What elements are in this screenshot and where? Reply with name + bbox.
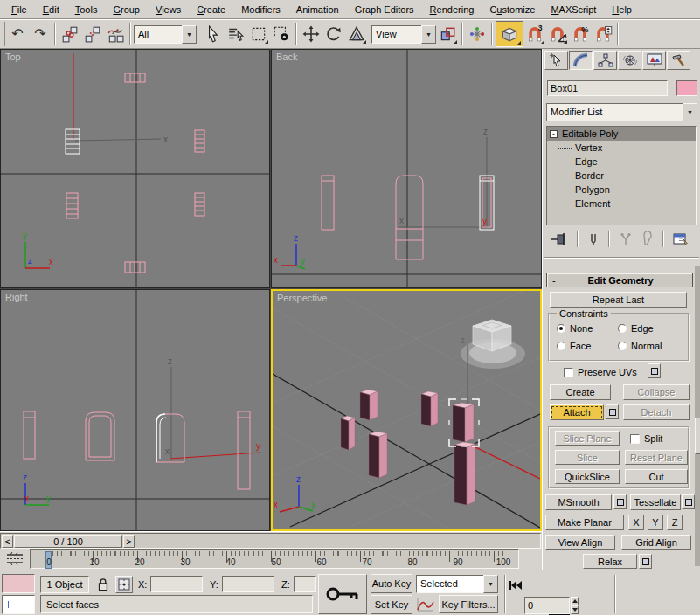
x-coordinate-field[interactable] <box>150 576 203 592</box>
auto-key-button[interactable]: Auto Key <box>371 574 412 593</box>
preserve-uvs-settings-button[interactable] <box>648 363 661 378</box>
remove-modifier-button[interactable] <box>639 231 655 247</box>
key-selection-dropdown[interactable]: Selected ▼ <box>416 575 498 593</box>
create-button[interactable]: Create <box>550 384 611 400</box>
pink-pillar-objects[interactable] <box>341 390 475 505</box>
show-end-result-button[interactable] <box>586 231 600 247</box>
viewport-perspective-canvas[interactable]: z z x y <box>273 291 540 529</box>
menu-create[interactable]: Create <box>189 2 233 17</box>
constraint-normal-radio[interactable]: Normal <box>618 341 662 351</box>
attach-button[interactable]: Attach <box>550 404 604 420</box>
panel-scrollbar-handle[interactable] <box>695 418 700 454</box>
viewport-back[interactable]: Back z x y z x <box>271 49 542 288</box>
grid-align-button[interactable]: Grid Align <box>621 535 691 550</box>
select-and-move-button[interactable] <box>300 23 322 45</box>
tab-hierarchy[interactable] <box>593 51 617 70</box>
stack-item-polygon[interactable]: Polygon <box>547 183 696 197</box>
z-coordinate-field[interactable] <box>294 576 316 592</box>
slice-plane-button[interactable]: Slice Plane <box>555 431 620 446</box>
absolute-mode-toggle[interactable] <box>115 576 133 593</box>
default-tangent-button[interactable] <box>416 597 435 614</box>
menu-graph-editors[interactable]: Graph Editors <box>347 2 422 17</box>
viewport-back-canvas[interactable]: z x y z x y <box>272 50 541 287</box>
detach-button[interactable]: Detach <box>623 404 690 420</box>
reset-plane-button[interactable]: Reset Plane <box>625 450 688 465</box>
menu-file[interactable]: File <box>3 2 35 17</box>
snap-3d-toggle-button[interactable]: 3 <box>523 23 546 45</box>
rectangular-selection-region-button[interactable] <box>247 23 270 45</box>
key-filters-button[interactable]: Key Filters... <box>439 595 498 613</box>
relax-settings-button[interactable] <box>639 554 652 569</box>
menu-rendering[interactable]: Rendering <box>422 2 482 17</box>
pink-object-wireframe[interactable] <box>66 73 204 273</box>
track-bar-ruler[interactable]: 0 10 20 30 40 50 60 70 80 90 100 <box>30 549 519 569</box>
repeat-last-button[interactable]: Repeat Last <box>550 292 687 308</box>
viewport-right-canvas[interactable]: z x y z x y <box>1 290 269 530</box>
pin-stack-button[interactable] <box>550 231 569 247</box>
stack-item-editable-poly[interactable]: - Editable Poly <box>547 127 696 141</box>
collapse-button[interactable]: Collapse <box>623 384 690 400</box>
toolbar-grip[interactable] <box>3 22 5 46</box>
use-pivot-point-center-button[interactable] <box>436 23 459 45</box>
mini-listener-pink-pane[interactable] <box>2 574 35 593</box>
make-planar-x-button[interactable]: X <box>628 515 644 530</box>
viewport-top-label[interactable]: Top <box>5 52 21 62</box>
viewport-perspective[interactable]: Perspective z <box>271 289 542 531</box>
attach-settings-button[interactable] <box>606 404 619 419</box>
unlink-selection-button[interactable] <box>81 23 104 45</box>
mini-listener-white-pane[interactable] <box>2 595 35 614</box>
make-planar-button[interactable]: Make Planar <box>545 515 624 530</box>
preserve-uvs-checkbox[interactable]: Preserve UVs <box>564 367 637 377</box>
reference-coordinate-system-dropdown[interactable]: View ▼ <box>371 25 436 44</box>
select-by-name-button[interactable] <box>225 23 247 45</box>
slice-button[interactable]: Slice <box>555 450 620 465</box>
panel-scrollbar[interactable] <box>695 266 700 566</box>
quickslice-button[interactable]: QuickSlice <box>555 469 620 484</box>
select-and-manipulate-button[interactable] <box>466 23 489 45</box>
snaps-toggle-button[interactable] <box>496 21 523 47</box>
viewport-top-canvas[interactable]: x y x z <box>1 50 269 287</box>
menu-modifiers[interactable]: Modifiers <box>233 2 288 17</box>
percent-snap-toggle-button[interactable]: % <box>569 23 592 45</box>
white-box-object[interactable] <box>473 320 511 351</box>
constraint-face-radio[interactable]: Face <box>557 341 591 351</box>
configure-modifier-sets-button[interactable] <box>672 231 690 247</box>
modifier-list-dropdown[interactable]: Modifier List ▼ <box>546 103 697 121</box>
viewport-right[interactable]: Right z x y z x <box>0 289 270 531</box>
next-frame-arrow[interactable]: > <box>123 535 135 548</box>
relax-button[interactable]: Relax <box>583 554 637 569</box>
menu-help[interactable]: Help <box>604 2 640 17</box>
menu-animation[interactable]: Animation <box>288 2 347 17</box>
stack-item-edge[interactable]: Edge <box>547 155 696 169</box>
constraint-edge-radio[interactable]: Edge <box>618 323 654 334</box>
undo-button[interactable]: ↶ <box>6 23 29 45</box>
viewport-top[interactable]: Top x y x z <box>0 49 270 288</box>
stack-item-vertex[interactable]: Vertex <box>547 141 696 155</box>
selected-object-wireframe[interactable] <box>66 129 80 154</box>
menu-edit[interactable]: Edit <box>35 2 67 17</box>
window-crossing-toggle-button[interactable] <box>270 23 293 45</box>
selection-filter-dropdown[interactable]: All ▼ <box>134 25 197 44</box>
tessellate-settings-button[interactable] <box>682 494 695 509</box>
dropdown-arrow-icon[interactable]: ▼ <box>182 25 197 44</box>
make-planar-y-button[interactable]: Y <box>648 515 663 530</box>
view-align-button[interactable]: View Align <box>545 535 615 550</box>
viewport-right-label[interactable]: Right <box>5 292 28 302</box>
set-key-button[interactable]: Set Key <box>371 595 412 614</box>
dropdown-arrow-icon[interactable]: ▼ <box>421 25 436 44</box>
select-and-link-button[interactable] <box>59 23 81 45</box>
menu-maxscript[interactable]: MAXScript <box>543 2 604 17</box>
constraint-none-radio[interactable]: None <box>557 323 593 334</box>
y-coordinate-field[interactable] <box>222 576 274 592</box>
select-object-button[interactable] <box>202 23 225 45</box>
stack-item-border[interactable]: Border <box>547 169 696 183</box>
make-unique-button[interactable] <box>618 231 634 247</box>
viewport-perspective-label[interactable]: Perspective <box>277 293 327 303</box>
select-and-rotate-button[interactable] <box>322 23 345 45</box>
select-and-scale-button[interactable] <box>345 23 368 45</box>
tab-modify[interactable] <box>569 51 593 70</box>
menu-group[interactable]: Group <box>105 2 148 17</box>
object-color-swatch[interactable] <box>676 80 697 96</box>
msmooth-settings-button[interactable] <box>613 494 627 509</box>
selected-object-wireframe[interactable] <box>156 414 184 462</box>
